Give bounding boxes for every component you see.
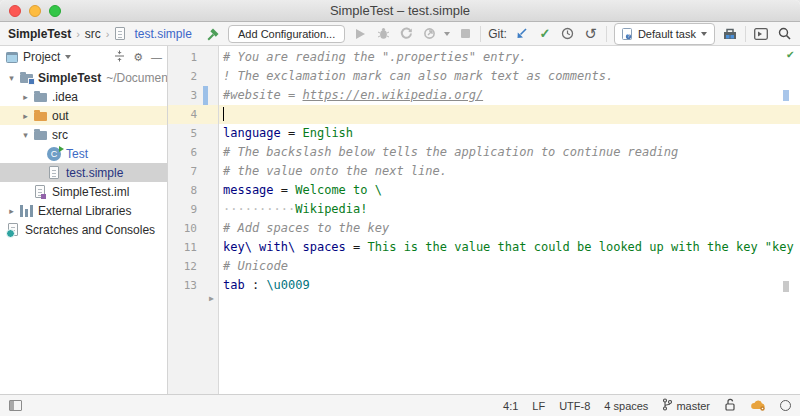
collapse-all-icon[interactable]: [114, 50, 125, 64]
code-line-8[interactable]: message = Welcome to \: [219, 181, 800, 200]
breadcrumb-file[interactable]: test.simple: [114, 26, 191, 42]
unlock-icon[interactable]: [724, 398, 736, 413]
code-line-5[interactable]: language = English: [219, 124, 800, 143]
history-clock-icon[interactable]: [560, 26, 576, 42]
chevron-down-icon[interactable]: [65, 55, 71, 59]
git-update-icon[interactable]: [514, 26, 530, 42]
breadcrumb-separator: ›: [76, 28, 80, 40]
chevron-right-icon[interactable]: ▸: [5, 206, 18, 216]
project-tree: ▾SimpleTest~/Documen▸.idea▸out▾srcCTestt…: [0, 68, 167, 239]
editor[interactable]: ▶ 12345678910111213 # You are reading th…: [168, 46, 800, 394]
statusbar-widgets: 4:1 LF UTF-8 4 spaces master: [503, 398, 791, 413]
sync-cloud-icon[interactable]: [750, 399, 766, 413]
encoding-widget[interactable]: UTF-8: [559, 400, 590, 412]
indent-widget[interactable]: 4 spaces: [604, 400, 648, 412]
chevron-down-icon[interactable]: ▾: [5, 73, 18, 83]
tree-item--idea[interactable]: ▸.idea: [0, 87, 167, 106]
titlebar[interactable]: SimpleTest – test.simple: [0, 0, 800, 22]
tree-item-simpletest-iml[interactable]: SimpleTest.iml: [0, 182, 167, 201]
scratches-icon: [5, 222, 21, 238]
code-token: # You are reading the ".properties" entr…: [223, 50, 526, 64]
rollback-icon[interactable]: ↺: [583, 26, 599, 42]
fold-indicator-icon[interactable]: ▶: [209, 295, 214, 303]
minimize-button[interactable]: [29, 5, 41, 17]
chevron-down-icon[interactable]: ▾: [19, 130, 32, 140]
line-number-4: 4: [168, 105, 218, 124]
git-label: Git:: [488, 27, 507, 41]
tree-item-scratches-and-consoles[interactable]: Scratches and Consoles: [0, 220, 167, 239]
folder-icon: [32, 89, 48, 105]
vcs-changed-line-marker[interactable]: [203, 86, 208, 105]
code-line-7[interactable]: # the value onto the next line.: [219, 162, 800, 181]
tree-item-external-libraries[interactable]: ▸External Libraries: [0, 201, 167, 220]
toolbar-divider: [606, 26, 607, 42]
code-line-6[interactable]: # The backslash below tells the applicat…: [219, 143, 800, 162]
task-selector[interactable]: ? Default task: [614, 23, 715, 45]
tree-item-test-simple[interactable]: test.simple: [0, 163, 167, 182]
git-commit-check-icon[interactable]: ✓: [537, 26, 553, 42]
code-line-1[interactable]: # You are reading the ".properties" entr…: [219, 48, 800, 67]
tree-item-label: SimpleTest: [38, 71, 101, 85]
tree-item-out[interactable]: ▸out: [0, 106, 167, 125]
hide-panel-icon[interactable]: —: [151, 51, 162, 63]
chevron-down-icon: [701, 32, 707, 36]
tree-item-src[interactable]: ▾src: [0, 125, 167, 144]
stop-icon[interactable]: [457, 26, 473, 42]
code-token: message: [223, 183, 274, 197]
debug-icon[interactable]: [375, 26, 391, 42]
line-number-2: 2: [168, 67, 218, 86]
breadcrumb-project[interactable]: SimpleTest: [8, 27, 71, 41]
code-line-2[interactable]: ! The exclamation mark can also mark tex…: [219, 67, 800, 86]
profiler-dropdown-icon[interactable]: [444, 32, 450, 36]
code-line-11[interactable]: key\ with\ spaces = This is the value th…: [219, 238, 800, 257]
tree-item-test[interactable]: CTest: [0, 144, 167, 163]
profiler-icon[interactable]: [421, 26, 437, 42]
code-token: :: [245, 278, 267, 292]
code-line-12[interactable]: # Unicode: [219, 257, 800, 276]
folder-source-icon: [32, 127, 48, 143]
git-branch-label: master: [676, 400, 710, 412]
close-button[interactable]: [9, 5, 21, 17]
breadcrumb-src[interactable]: src: [85, 27, 101, 41]
toolbox-icon[interactable]: [722, 26, 738, 42]
zoom-button[interactable]: [49, 5, 61, 17]
code-token: =: [274, 183, 296, 197]
file-icon: [114, 26, 126, 42]
library-icon: [18, 203, 34, 219]
search-icon[interactable]: [776, 26, 792, 42]
editor-gutter: ▶ 12345678910111213: [168, 46, 219, 394]
add-configuration-button[interactable]: Add Configuration...: [228, 25, 345, 43]
toolwindow-toggle-icon[interactable]: [9, 400, 22, 411]
stripe-marker[interactable]: [783, 281, 789, 292]
code-line-9[interactable]: ··········Wikipedia!: [219, 200, 800, 219]
statusbar: 4:1 LF UTF-8 4 spaces master: [0, 394, 800, 416]
code-area[interactable]: # You are reading the ".properties" entr…: [219, 46, 800, 394]
toolbar-divider: [745, 26, 746, 42]
tree-item-simpletest[interactable]: ▾SimpleTest~/Documen: [0, 68, 167, 87]
gear-icon[interactable]: ⚙: [133, 51, 143, 64]
event-log-icon[interactable]: [780, 400, 791, 411]
run-anything-icon[interactable]: [753, 26, 769, 42]
code-line-3[interactable]: #website = https://en.wikipedia.org/: [219, 86, 800, 105]
coverage-icon[interactable]: [398, 26, 414, 42]
build-hammer-icon[interactable]: [205, 26, 221, 42]
run-icon[interactable]: [352, 26, 368, 42]
line-number-6: 6: [168, 143, 218, 162]
line-number-7: 7: [168, 162, 218, 181]
line-ending-widget[interactable]: LF: [532, 400, 545, 412]
project-panel: Project ⚙ — ▾SimpleTest~/Documen▸.idea▸o…: [0, 46, 168, 394]
caret-position-widget[interactable]: 4:1: [503, 400, 518, 412]
code-line-10[interactable]: # Add spaces to the key: [219, 219, 800, 238]
chevron-right-icon[interactable]: ▸: [19, 111, 32, 121]
tree-item-label: .idea: [52, 90, 78, 104]
chevron-right-icon[interactable]: ▸: [19, 92, 32, 102]
code-line-13[interactable]: tab : \u0009: [219, 276, 800, 295]
code-token: https://en.wikipedia.org/: [302, 88, 483, 102]
git-branch-widget[interactable]: master: [662, 398, 710, 413]
code-line-4[interactable]: [219, 105, 800, 124]
main-area: Project ⚙ — ▾SimpleTest~/Documen▸.idea▸o…: [0, 46, 800, 394]
stripe-changed-marker[interactable]: [783, 90, 789, 101]
inspection-status-ok-icon[interactable]: ✔: [787, 47, 794, 61]
project-panel-title[interactable]: Project: [23, 50, 60, 64]
project-panel-header: Project ⚙ —: [0, 46, 167, 68]
